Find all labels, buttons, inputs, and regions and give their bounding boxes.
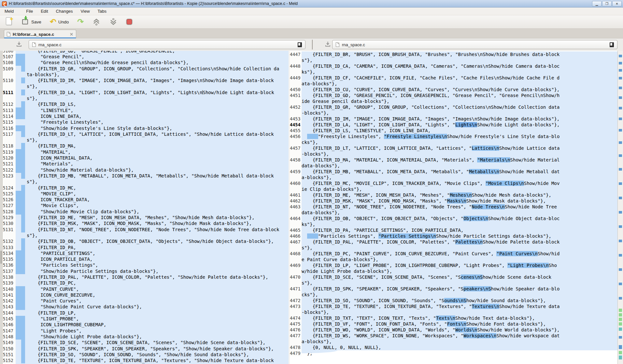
- code-row[interactable]: 5118 {FILTER_ID_MA,: [3, 143, 289, 149]
- menu-item-edit[interactable]: Edit: [37, 8, 52, 15]
- code-row[interactable]: 5122 "Show/hide Material data-blocks"},: [3, 167, 289, 173]
- code-row[interactable]: 5113 "LINESTYLE",: [3, 107, 289, 113]
- code-row[interactable]: 4473 {FILTER_ID_TE, "TEXTURE", ICON_TEXT…: [290, 303, 617, 315]
- overview-handle[interactable]: [0, 251, 2, 264]
- menu-item-changes[interactable]: Changes: [52, 8, 77, 15]
- code-row[interactable]: 4459 {FILTER_ID_MB, "METABALL", ICON_MET…: [290, 169, 617, 180]
- code-row[interactable]: 5112 {FILTER_ID_LS,: [3, 101, 289, 107]
- code-row[interactable]: 5140 "PAINT_CURVE",: [3, 286, 289, 292]
- left-code-pane[interactable]: 5106 {FILTER_ID_GD, "GREASE_PENCIL", ICO…: [3, 51, 289, 364]
- save-button[interactable]: Save: [20, 17, 43, 27]
- code-row[interactable]: 5115 "Freestyle Linestyles",: [3, 119, 289, 125]
- code-row[interactable]: 5120 ICON_MATERIAL_DATA,: [3, 155, 289, 161]
- code-row[interactable]: 5129 {FILTER_ID_ME, "MESH", ICON_MESH_DA…: [3, 215, 289, 220]
- code-row[interactable]: 4470 {FILTER_ID_SCE, "SCENE", ICON_SCENE…: [290, 274, 617, 286]
- code-row[interactable]: 4476 {FILTER_ID_WO, "WORLD", ICON_WORLD_…: [290, 327, 617, 333]
- code-row[interactable]: 5152 {FILTER_ID_TE, "TEXTURE", ICON_TEXT…: [3, 357, 289, 364]
- comparison-tab[interactable]: H:\bforar...a_space.c ✕: [4, 30, 76, 38]
- code-row[interactable]: 4466 "Particles Settings", "Particles Se…: [290, 233, 617, 239]
- code-row[interactable]: 5119 "MATERIAL",: [3, 149, 289, 155]
- code-row[interactable]: 5143 "Show/hide Paint Curve data-blocks"…: [3, 304, 289, 310]
- code-row[interactable]: 4467 {FILTER_ID_PAL, "PALETTE", ICON_COL…: [290, 239, 617, 251]
- code-row[interactable]: 4453 {FILTER_ID_IM, "IMAGE", ICON_IMAGE_…: [290, 116, 617, 122]
- code-row[interactable]: 4477 {FILTER_ID_WS, "WORK_SPACE", ICON_N…: [290, 333, 617, 344]
- code-row[interactable]: 5133 {FILTER_ID_PA,: [3, 245, 289, 250]
- code-row[interactable]: 4479 };: [290, 350, 617, 356]
- menu-item-meld[interactable]: Meld: [1, 8, 18, 15]
- code-row[interactable]: 4463 {FILTER_ID_NT, "NODE_TREE", ICON_NO…: [290, 204, 617, 216]
- code-row[interactable]: 4468 {FILTER_ID_PC, "PAINT_CURVE", ICON_…: [290, 251, 617, 262]
- maximize-button[interactable]: ❐: [602, 1, 612, 7]
- new-comparison-button[interactable]: ✦: [3, 16, 15, 28]
- previous-change-button[interactable]: [90, 16, 103, 27]
- code-row[interactable]: 5148 "Show/hide Light Probe data-blocks"…: [3, 334, 289, 340]
- code-row[interactable]: 4447 {FILTER_ID_BR, "BRUSH", ICON_BRUSH_…: [290, 51, 617, 63]
- menu-item-tabs[interactable]: Tabs: [94, 8, 110, 15]
- code-row[interactable]: 5130 {FILTER_ID_MSK, "MASK", ICON_MOD_MA…: [3, 220, 289, 226]
- code-row[interactable]: 5135 ICON_PARTICLE_DATA,: [3, 256, 289, 262]
- code-row[interactable]: 5150 {FILTER_ID_SPK, "SPEAKER", ICON_SPE…: [3, 346, 289, 352]
- code-row[interactable]: 4451 {FILTER_ID_GD, "GREASE_PENCIL", ICO…: [290, 92, 617, 104]
- minimize-button[interactable]: ▁: [592, 1, 602, 7]
- code-row[interactable]: 4457 {FILTER_ID_LT, "LATTICE", ICON_LATT…: [290, 145, 617, 157]
- next-change-button[interactable]: [107, 16, 120, 27]
- code-row[interactable]: 4461 {FILTER_ID_ME, "MESH", ICON_MESH_DA…: [290, 192, 617, 198]
- code-row[interactable]: 4469 {FILTER_ID_LP, "LIGHT_PROBE", ICON_…: [290, 262, 617, 274]
- left-overview-bar[interactable]: [0, 51, 3, 364]
- code-row[interactable]: 5125 "MOVIE_CLIP",: [3, 191, 289, 197]
- code-row[interactable]: 5107 "Grease Pencil",: [3, 54, 289, 60]
- code-row[interactable]: 4478 {0, NULL, 0, NULL, NULL},: [290, 344, 617, 350]
- code-row[interactable]: 4456 "Freestyle Linestyles", "Freestyle …: [290, 133, 617, 145]
- code-row[interactable]: 5106 {FILTER_ID_GD, "GREASE_PENCIL", ICO…: [3, 51, 289, 54]
- code-row[interactable]: 5145 "LIGHT_PROBE",: [3, 316, 289, 322]
- code-row[interactable]: 5127 "Movie Clips",: [3, 203, 289, 208]
- code-row[interactable]: 5137 "Show/hide Particle Settings data-b…: [3, 268, 289, 274]
- code-row[interactable]: 5126 ICON_TRACKER_DATA,: [3, 197, 289, 203]
- code-row[interactable]: 5134 "PARTICLE_SETTINGS",: [3, 250, 289, 256]
- code-row[interactable]: 4464 {FILTER_ID_OB, "OBJECT", ICON_OBJEC…: [290, 216, 617, 227]
- code-row[interactable]: 5139 {FILTER_ID_PC,: [3, 280, 289, 286]
- tab-close-icon[interactable]: ✕: [70, 32, 73, 37]
- right-code-pane[interactable]: 4447 {FILTER_ID_BR, "BRUSH", ICON_BRUSH_…: [290, 51, 617, 364]
- code-row[interactable]: 5147 "Light Probes",: [3, 328, 289, 334]
- menu-item-file[interactable]: File: [22, 8, 37, 15]
- code-row[interactable]: 4465 {FILTER_ID_PA, "PARTICLE_SETTINGS",…: [290, 227, 617, 233]
- code-row[interactable]: 5124 {FILTER_ID_MC,: [3, 185, 289, 191]
- vertical-scrollbar[interactable]: [617, 51, 623, 364]
- code-row[interactable]: 4475 {FILTER_ID_VF, "FONT", ICON_FONT_DA…: [290, 321, 617, 327]
- code-row[interactable]: 4449 {FILTER_ID_CF, "CACHEFILE", ICON_FI…: [290, 75, 617, 87]
- code-row[interactable]: 5136 "Particles Settings",: [3, 262, 289, 268]
- code-row[interactable]: 4458 {FILTER_ID_MA, "MATERIAL", ICON_MAT…: [290, 157, 617, 169]
- code-row[interactable]: 5141 ICON_CURVE_BEZCURVE,: [3, 292, 289, 298]
- code-row[interactable]: 5108 "Grease Pencil\nShow/hide Grease pe…: [3, 60, 289, 65]
- right-file-button[interactable]: rna_space.c: [332, 40, 617, 49]
- code-row[interactable]: 5117 {FILTER_ID_LT, "LATTICE", ICON_LATT…: [3, 131, 289, 143]
- code-row[interactable]: 5146 ICON_LIGHTPROBE_CUBEMAP,: [3, 322, 289, 328]
- redo-button[interactable]: ↷: [75, 17, 86, 26]
- code-row[interactable]: 5142 "Paint Curves",: [3, 298, 289, 304]
- code-row[interactable]: 4472 {FILTER_ID_SO, "SOUND", ICON_SOUND,…: [290, 298, 617, 303]
- code-row[interactable]: 5121 "Materials",: [3, 161, 289, 167]
- code-row[interactable]: 4450 {FILTER_ID_CU, "CURVE", ICON_CURVE_…: [290, 87, 617, 92]
- code-row[interactable]: 4471 {FILTER_ID_SPK, "SPEAKER", ICON_SPE…: [290, 286, 617, 298]
- code-row[interactable]: 4462 {FILTER_ID_MSK, "MASK", ICON_MOD_MA…: [290, 198, 617, 204]
- code-row[interactable]: 5132 {FILTER_ID_OB, "OBJECT", ICON_OBJEC…: [3, 238, 289, 244]
- right-save-icon[interactable]: [325, 41, 331, 47]
- code-row[interactable]: 5128 "Show/hide Movie Clip data-blocks"}…: [3, 209, 289, 215]
- pane-splitter[interactable]: [312, 40, 313, 49]
- menu-item-view[interactable]: View: [77, 8, 94, 15]
- left-save-icon[interactable]: [16, 41, 22, 47]
- left-file-button[interactable]: rna_space.c: [29, 40, 305, 49]
- code-row[interactable]: 4455 {FILTER_ID_LS, "LINESTYLE", ICON_LI…: [290, 128, 617, 133]
- code-row[interactable]: 5151 {FILTER_ID_SO, "SOUND", ICON_SOUND,…: [3, 352, 289, 357]
- code-row[interactable]: 4454 {FILTER_ID_LA, "LIGHT", ICON_LIGHT_…: [290, 122, 617, 128]
- undo-button[interactable]: ↶ Undo: [48, 17, 71, 26]
- stop-button[interactable]: [124, 17, 135, 26]
- code-row[interactable]: 5114 ICON_LINE_DATA,: [3, 113, 289, 119]
- code-row[interactable]: 4460 {FILTER_ID_MC, "MOVIE_CLIP", ICON_T…: [290, 180, 617, 192]
- code-row[interactable]: 4452 {FILTER_ID_GR, "GROUP", ICON_GROUP,…: [290, 104, 617, 116]
- code-row[interactable]: 5116 "Show/hide Freestyle's Line Style d…: [3, 125, 289, 131]
- code-row[interactable]: 5123 {FILTER_ID_MB, "METABALL", ICON_MET…: [3, 173, 289, 185]
- code-row[interactable]: 5109 {FILTER_ID_GR, "GROUP", ICON_GROUP,…: [3, 66, 289, 78]
- code-row[interactable]: 5149 {FILTER_ID_SCE, "SCENE", ICON_SCENE…: [3, 340, 289, 345]
